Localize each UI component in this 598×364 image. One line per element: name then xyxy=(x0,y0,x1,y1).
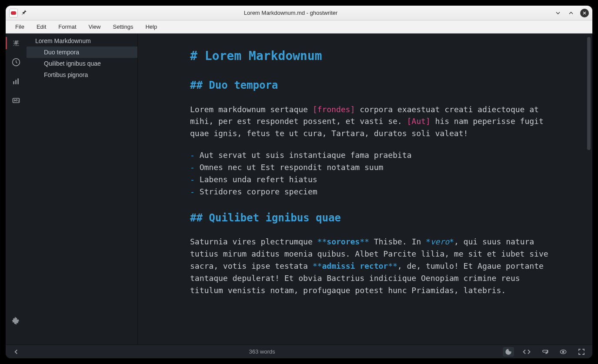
outline-item[interactable]: Duo tempora xyxy=(27,47,137,58)
outline-icon[interactable]: # xyxy=(10,37,22,49)
menu-file[interactable]: File xyxy=(9,22,30,32)
sidebar-iconbar: # xyxy=(6,33,27,344)
scrollbar[interactable] xyxy=(587,37,591,150)
outline-item[interactable]: Quilibet ignibus quae xyxy=(27,58,137,69)
svg-text:#: # xyxy=(14,39,18,46)
focus-mode-icon[interactable] xyxy=(558,347,569,357)
paragraph[interactable]: Lorem markdownum sertaque [frondes] corp… xyxy=(190,104,553,140)
bullet-list[interactable]: - Aut servat ut suis instantiaque fama p… xyxy=(190,149,553,198)
outline-panel: Lorem Markdownum Duo tempora Quilibet ig… xyxy=(27,33,138,344)
back-icon[interactable] xyxy=(11,347,21,357)
dark-mode-icon[interactable] xyxy=(503,347,514,357)
paragraph[interactable]: Saturnia vires plectrumque **sorores** T… xyxy=(190,236,553,296)
heading-2[interactable]: ## Duo tempora xyxy=(190,77,553,94)
app-icon xyxy=(9,9,18,17)
maximize-button[interactable] xyxy=(567,9,575,17)
heading-1[interactable]: # Lorem Markdownum xyxy=(190,47,553,65)
svg-rect-1 xyxy=(13,81,14,84)
hemingway-icon[interactable] xyxy=(539,347,551,357)
settings-icon[interactable] xyxy=(10,315,22,327)
window-title: Lorem Markdownum.md - ghostwriter xyxy=(27,10,554,16)
session-stats-icon[interactable] xyxy=(10,56,22,68)
menu-format[interactable]: Format xyxy=(52,22,82,32)
cheatsheet-icon[interactable] xyxy=(10,94,22,107)
minimize-button[interactable] xyxy=(554,9,562,17)
fullscreen-icon[interactable] xyxy=(576,347,587,357)
html-preview-icon[interactable] xyxy=(521,347,532,357)
svg-rect-4 xyxy=(13,98,20,103)
outline-item[interactable]: Fortibus pignora xyxy=(27,69,137,80)
menu-settings[interactable]: Settings xyxy=(107,22,139,32)
markdown-link: [frondes] xyxy=(313,105,355,114)
outline-item[interactable]: Lorem Markdownum xyxy=(27,35,137,47)
svg-rect-2 xyxy=(15,80,17,84)
svg-point-5 xyxy=(562,351,564,353)
document-stats-icon[interactable] xyxy=(10,75,22,87)
menu-view[interactable]: View xyxy=(83,22,107,32)
close-button[interactable] xyxy=(580,9,589,17)
menu-edit[interactable]: Edit xyxy=(30,22,52,32)
menu-help[interactable]: Help xyxy=(139,22,163,32)
word-count: 363 words xyxy=(21,348,503,355)
svg-rect-3 xyxy=(17,78,19,84)
markdown-link: [Aut] xyxy=(407,117,431,126)
statusbar: 363 words xyxy=(6,344,592,358)
menubar: File Edit Format View Settings Help xyxy=(6,20,592,33)
editor-area[interactable]: # Lorem Markdownum ## Duo tempora Lorem … xyxy=(138,33,592,344)
titlebar[interactable]: Lorem Markdownum.md - ghostwriter xyxy=(6,6,592,20)
pin-icon[interactable] xyxy=(21,9,27,17)
heading-2[interactable]: ## Quilibet ignibus quae xyxy=(190,210,553,226)
